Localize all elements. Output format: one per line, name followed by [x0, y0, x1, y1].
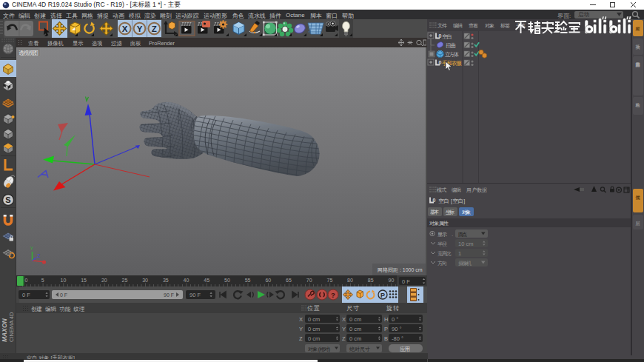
svg-text:0 cm: 0 cm — [308, 316, 320, 323]
svg-text:15: 15 — [81, 278, 87, 283]
svg-text:对象属性: 对象属性 — [429, 221, 449, 226]
svg-text:1: 1 — [458, 250, 461, 257]
svg-text:0 F: 0 F — [60, 292, 67, 298]
svg-text:X: X — [122, 24, 128, 33]
svg-text:75: 75 — [327, 278, 333, 283]
svg-text:圆点: 圆点 — [458, 232, 467, 238]
svg-text:?: ? — [331, 291, 335, 299]
svg-text:40: 40 — [184, 278, 189, 283]
svg-text:绝对尺寸: 绝对尺寸 — [349, 346, 370, 352]
svg-text:P: P — [380, 292, 385, 299]
svg-text:Z: Z — [37, 253, 41, 258]
svg-text:文件: 文件 — [437, 22, 447, 29]
svg-text:网格间距 : 1000 cm: 网格间距 : 1000 cm — [378, 267, 423, 273]
svg-text:0: 0 — [433, 198, 436, 203]
svg-text:对象: 对象 — [462, 210, 471, 215]
svg-text:对象 (相对): 对象 (相对) — [308, 346, 330, 352]
svg-text:CINEMA 4D: CINEMA 4D — [8, 312, 15, 342]
svg-text:0 F: 0 F — [22, 292, 30, 298]
svg-text:Y: Y — [299, 326, 303, 332]
svg-text:30: 30 — [142, 278, 148, 283]
svg-text:对象: 对象 — [485, 23, 494, 28]
svg-text:应用: 应用 — [400, 346, 410, 352]
svg-text:尺寸: 尺寸 — [346, 305, 359, 312]
svg-text:10 cm: 10 cm — [458, 241, 473, 247]
svg-text:半径: 半径 — [437, 241, 447, 247]
svg-text:Y: Y — [30, 246, 34, 251]
svg-text:0 F: 0 F — [402, 278, 410, 285]
svg-text:B: B — [384, 335, 388, 342]
svg-text:55: 55 — [245, 278, 251, 283]
svg-text:0 cm: 0 cm — [349, 335, 361, 342]
svg-text:空白 [空白]: 空白 [空白] — [438, 198, 465, 204]
svg-text:Z: Z — [152, 24, 157, 33]
svg-text:90 F: 90 F — [164, 292, 174, 298]
svg-text:60: 60 — [265, 278, 271, 283]
svg-text:扭曲: 扭曲 — [446, 42, 456, 49]
svg-text:P: P — [384, 326, 388, 332]
svg-text:基本: 基本 — [430, 210, 439, 215]
svg-text:0 cm: 0 cm — [349, 326, 361, 332]
svg-text:方向: 方向 — [437, 260, 447, 267]
svg-text:H: H — [384, 316, 388, 323]
svg-text:手和衣服: 手和衣服 — [442, 60, 463, 67]
svg-text:90: 90 — [389, 278, 395, 283]
svg-text:0: 0 — [439, 60, 442, 65]
svg-text:65: 65 — [286, 278, 292, 283]
svg-text:0: 0 — [25, 278, 28, 283]
svg-text:-80 °: -80 ° — [392, 335, 403, 342]
svg-text:标签: 标签 — [500, 23, 510, 29]
svg-text:90 °: 90 ° — [392, 326, 401, 332]
svg-text:用户数据: 用户数据 — [466, 187, 487, 193]
svg-text:宽高比: 宽高比 — [437, 250, 452, 257]
svg-text:坐标: 坐标 — [446, 210, 455, 215]
svg-text:0 °: 0 ° — [392, 316, 398, 323]
svg-text:编辑: 编辑 — [453, 23, 463, 28]
svg-text:90 F: 90 F — [189, 292, 201, 298]
svg-text:0: 0 — [439, 33, 442, 38]
svg-text:10: 10 — [61, 278, 67, 283]
svg-text:X: X — [342, 316, 346, 323]
svg-text:0 cm: 0 cm — [308, 335, 320, 342]
svg-text:模式: 模式 — [437, 187, 446, 193]
svg-text:50: 50 — [224, 278, 230, 283]
svg-text:位置: 位置 — [307, 305, 320, 312]
svg-text:空白: 空白 — [442, 33, 452, 40]
svg-text:X: X — [299, 316, 303, 323]
svg-text:20: 20 — [101, 278, 107, 283]
svg-text:5: 5 — [41, 278, 44, 283]
svg-text:Y: Y — [342, 326, 346, 332]
svg-text:编辑: 编辑 — [452, 187, 461, 192]
svg-text:Y: Y — [137, 24, 143, 33]
svg-text:MAXON: MAXON — [1, 318, 8, 343]
svg-text:立方体: 立方体 — [445, 51, 460, 58]
svg-text:35: 35 — [163, 278, 169, 283]
svg-text:0 cm: 0 cm — [308, 326, 320, 332]
svg-text:旋转: 旋转 — [386, 305, 399, 312]
svg-text:80: 80 — [347, 278, 353, 283]
svg-text:摄像机: 摄像机 — [458, 261, 472, 267]
svg-text:Z: Z — [299, 335, 303, 342]
svg-text:Z: Z — [342, 335, 346, 342]
svg-text:70: 70 — [306, 278, 312, 283]
svg-text:透视视图: 透视视图 — [19, 50, 38, 56]
svg-text:0 cm: 0 cm — [349, 316, 361, 323]
svg-text:85: 85 — [368, 278, 374, 283]
svg-text:显示: 显示 — [437, 232, 447, 238]
svg-text:25: 25 — [122, 278, 128, 283]
svg-text:查看: 查看 — [469, 23, 478, 28]
svg-text:45: 45 — [204, 278, 209, 283]
svg-text:.: . — [452, 231, 453, 238]
svg-text:S: S — [5, 195, 10, 204]
